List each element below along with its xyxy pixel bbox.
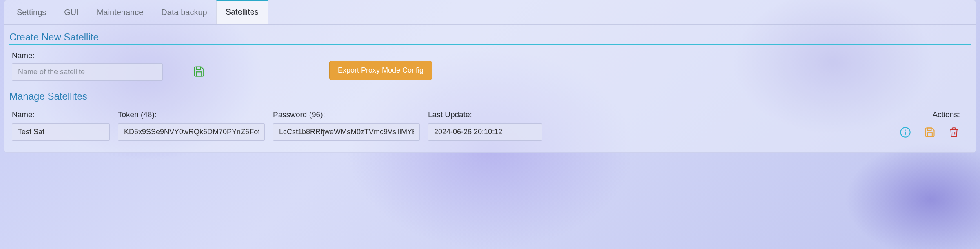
- manage-section-title: Manage Satellites: [9, 91, 971, 104]
- header-token: Token (48):: [118, 110, 273, 119]
- create-section-title: Create New Satellite: [9, 31, 971, 45]
- tab-settings[interactable]: Settings: [8, 0, 55, 24]
- name-field-group: Name:: [12, 51, 163, 81]
- svg-rect-6: [927, 133, 932, 136]
- row-password-input[interactable]: [273, 123, 420, 141]
- row-delete-button[interactable]: [948, 126, 960, 139]
- row-last-update-input[interactable]: [428, 123, 542, 141]
- header-actions: Actions:: [550, 110, 968, 119]
- satellite-name-input[interactable]: [12, 63, 163, 81]
- trash-icon: [949, 127, 959, 138]
- row-info-button[interactable]: [899, 126, 912, 139]
- header-password: Password (96):: [273, 110, 428, 119]
- tab-maintenance[interactable]: Maintenance: [88, 0, 153, 24]
- name-label: Name:: [12, 51, 163, 60]
- table-row: [9, 123, 971, 141]
- tab-data-backup[interactable]: Data backup: [152, 0, 216, 24]
- tab-satellites[interactable]: Satellites: [216, 0, 268, 24]
- svg-rect-5: [927, 128, 931, 130]
- tab-content: Create New Satellite Name: Export Proxy …: [4, 25, 976, 152]
- row-name-input[interactable]: [12, 123, 110, 141]
- info-icon: [900, 127, 911, 138]
- svg-rect-0: [197, 67, 201, 69]
- row-save-button[interactable]: [923, 126, 936, 139]
- svg-point-4: [905, 129, 906, 130]
- create-save-button[interactable]: [191, 64, 207, 79]
- export-proxy-config-button[interactable]: Export Proxy Mode Config: [329, 61, 432, 80]
- header-last-update: Last Update:: [428, 110, 550, 119]
- header-name: Name:: [12, 110, 118, 119]
- manage-table-header: Name: Token (48): Password (96): Last Up…: [9, 110, 971, 119]
- tab-gui[interactable]: GUI: [55, 0, 88, 24]
- svg-rect-1: [197, 72, 202, 76]
- tab-bar: Settings GUI Maintenance Data backup Sat…: [4, 0, 976, 25]
- save-icon: [193, 65, 205, 78]
- save-icon: [924, 127, 936, 138]
- create-row: Name: Export Proxy Mode Config: [9, 51, 971, 81]
- satellites-panel: Settings GUI Maintenance Data backup Sat…: [4, 0, 976, 153]
- row-token-input[interactable]: [118, 123, 265, 141]
